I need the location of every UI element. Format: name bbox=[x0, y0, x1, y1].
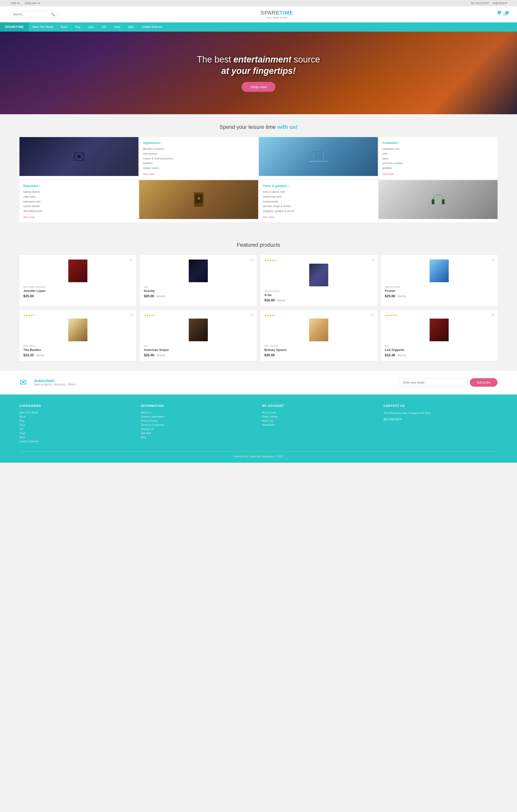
currency-select[interactable]: USD bbox=[10, 1, 21, 5]
subscribe-subtitle: New products, discounts, offers! bbox=[34, 383, 76, 386]
footer-link-cd[interactable]: CD bbox=[20, 428, 134, 430]
my-account-link[interactable]: MY ACCOUNT bbox=[471, 2, 489, 5]
top-bar: USD ENGLISH MY ACCOUNT CHECKOUT bbox=[0, 0, 517, 6]
wishlist-badge: 0 bbox=[497, 11, 501, 14]
logo-subtitle: look, listen & play bbox=[261, 16, 293, 19]
electronics-image bbox=[20, 137, 138, 176]
search-input[interactable] bbox=[13, 12, 49, 16]
nav-item-cd[interactable]: CD bbox=[98, 22, 110, 32]
footer-information-title: INFORMATION bbox=[141, 404, 255, 408]
footer-link-about[interactable]: About us bbox=[141, 411, 255, 414]
product-name-britney: Britney Spears bbox=[265, 348, 373, 352]
product-img-aha bbox=[265, 263, 373, 287]
hero-line1: The best entertainment source bbox=[197, 54, 320, 64]
nav-item-jazz[interactable]: Jazz bbox=[84, 22, 98, 32]
search-button[interactable]: 🔍 bbox=[51, 12, 55, 16]
cat-img-cinema bbox=[139, 180, 258, 222]
frozen-album-image bbox=[429, 259, 449, 283]
footer-link-newsletter[interactable]: Newsletter bbox=[262, 424, 376, 426]
hero-title: The best entertainment source at your fi… bbox=[197, 54, 320, 77]
shop-now-button[interactable]: Shop now bbox=[242, 82, 275, 92]
footer-link-limited-editions[interactable]: Limited Editions bbox=[20, 440, 134, 443]
footer-link-delivery[interactable]: Delivery Information bbox=[141, 415, 255, 418]
nav-item-vinyl[interactable]: Vinyl bbox=[110, 22, 124, 32]
language-select[interactable]: ENGLISH bbox=[24, 1, 40, 5]
search-box[interactable]: 🔍 bbox=[10, 11, 58, 18]
cat-tools-see-more[interactable]: See more bbox=[263, 215, 374, 219]
speaker-icon bbox=[72, 149, 86, 164]
checkout-link[interactable]: CHECKOUT bbox=[492, 2, 507, 5]
film-icon bbox=[191, 191, 206, 208]
list-item: bakeware sets bbox=[23, 199, 135, 204]
footer-link-privacy[interactable]: Privacy Policy bbox=[141, 419, 255, 422]
product-card-beatles: 🛍 ★★★★☆ best sellers The Beatles $23.20 … bbox=[20, 310, 136, 361]
product-tag-beatles: best sellers bbox=[23, 345, 132, 347]
nav-item-limited-editions[interactable]: Limited Editions bbox=[138, 22, 166, 32]
nav-items: New This Week Rock Pop Jazz CD Vinyl Sal… bbox=[29, 22, 166, 32]
add-to-cart-beatles[interactable]: 🛍 bbox=[130, 313, 133, 317]
cat-tools-list: tools & utensil sets measuring tools mix… bbox=[263, 190, 374, 214]
footer-link-sitemap[interactable]: Site Map bbox=[141, 432, 255, 435]
footer-link-contact[interactable]: Contact Us bbox=[141, 428, 255, 430]
nav-item-new-this-week[interactable]: New This Week bbox=[29, 22, 57, 32]
footer-link-sale[interactable]: Sale bbox=[20, 436, 134, 439]
footer-link-wish-list[interactable]: Wish List bbox=[262, 419, 376, 422]
product-price-jlo: $25.00 bbox=[23, 294, 132, 298]
footer-link-blog[interactable]: Blog bbox=[141, 436, 255, 439]
add-to-cart-gravity[interactable]: 🛍 bbox=[250, 258, 254, 262]
product-img-beatles bbox=[23, 318, 132, 342]
cinema-image bbox=[139, 180, 258, 219]
add-to-cart-ledzep[interactable]: 🛍 bbox=[491, 313, 495, 317]
footer-link-order-history[interactable]: Order history bbox=[262, 415, 376, 418]
cat-bakeware-see-more[interactable]: See more bbox=[23, 215, 135, 219]
list-item: tools & utensil sets bbox=[263, 190, 374, 195]
footer-link-my-account[interactable]: My Account bbox=[262, 411, 376, 414]
product-price-sniper: $26.40 $33.00 bbox=[144, 353, 252, 357]
ledzep-album-image bbox=[429, 318, 449, 342]
cart-button[interactable]: 🛍0 bbox=[503, 12, 507, 17]
add-to-cart-aha[interactable]: 🛍 bbox=[371, 258, 374, 262]
cat-bakeware-list: baking dishes cake pans bakeware sets co… bbox=[23, 190, 135, 214]
categories-grid: Appliances › blenders & juicers microwav… bbox=[20, 137, 497, 222]
subscribe-email-input[interactable] bbox=[399, 378, 467, 387]
categories-section: Spend your leisure time with us! Applian… bbox=[0, 114, 517, 232]
add-to-cart-jlo[interactable]: 🛍 bbox=[130, 258, 133, 262]
footer-link-pop[interactable]: Pop bbox=[20, 419, 134, 422]
subscribe-button[interactable]: Subscribe bbox=[470, 378, 497, 387]
svg-rect-14 bbox=[432, 199, 435, 204]
add-to-cart-britney[interactable]: 🛍 bbox=[371, 313, 374, 317]
aha-album-image bbox=[309, 263, 328, 287]
cat-appliances-see-more[interactable]: See more bbox=[143, 173, 254, 175]
product-name-frozen: Frozen bbox=[385, 289, 494, 293]
list-item: cake pans bbox=[23, 195, 135, 199]
wishlist-button[interactable]: ♡0 bbox=[496, 12, 499, 17]
logo-spare: SPARE bbox=[261, 10, 279, 16]
cat-cookware: Cookware › cookware sets pots pans press… bbox=[379, 137, 497, 179]
list-item: utensils, tongs & whisks bbox=[263, 204, 374, 209]
footer-link-new-this-week[interactable]: New This Week bbox=[20, 411, 134, 414]
logo: SPARETIME look, listen & play bbox=[261, 10, 293, 19]
footer-account-title: MY ACCOUNT bbox=[262, 404, 376, 408]
nav-brand[interactable]: SPARETIME bbox=[0, 22, 29, 32]
product-stars-sniper: ★★★★☆ bbox=[144, 314, 252, 317]
footer-link-jazz[interactable]: Jazz bbox=[20, 424, 134, 426]
footer-phone: 800-4569-8674 bbox=[383, 417, 497, 422]
product-tag-gravity: pop bbox=[144, 286, 252, 288]
add-to-cart-frozen[interactable]: 🛍 bbox=[491, 258, 495, 262]
hero-line2: at your fingertips! bbox=[221, 66, 296, 76]
cat-appliances-name: Appliances › bbox=[143, 141, 254, 145]
subscribe-envelope-icon: ✉ bbox=[20, 377, 27, 388]
nav-item-rock[interactable]: Rock bbox=[57, 22, 71, 32]
svg-line-8 bbox=[314, 152, 328, 162]
categories-heading-normal: Spend your leisure time bbox=[219, 124, 277, 130]
footer-link-terms[interactable]: Terms & Conditions bbox=[141, 424, 255, 426]
cat-img-headphones bbox=[379, 180, 497, 222]
nav-item-sale[interactable]: Sale bbox=[124, 22, 138, 32]
footer-account: MY ACCOUNT My Account Order history Wish… bbox=[262, 404, 376, 444]
add-to-cart-sniper[interactable]: 🛍 bbox=[250, 313, 254, 317]
footer-link-vinyl[interactable]: Vinyl bbox=[20, 432, 134, 435]
cat-cookware-see-more[interactable]: See more bbox=[382, 173, 494, 175]
footer-address: 4519 Marmara road, Glasgow G04 89 g bbox=[383, 411, 497, 415]
nav-item-pop[interactable]: Pop bbox=[71, 22, 84, 32]
footer-link-rock[interactable]: Rock bbox=[20, 415, 134, 418]
